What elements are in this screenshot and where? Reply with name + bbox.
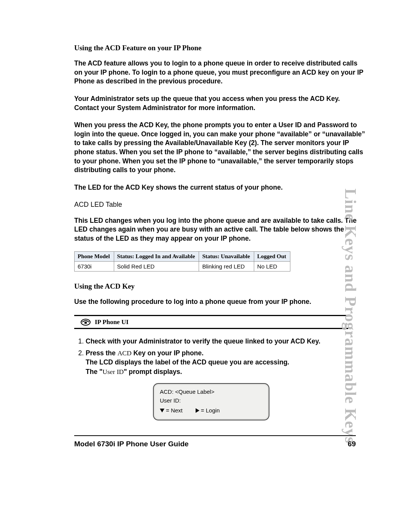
th-status-available: Status: Logged In and Available	[114, 252, 199, 262]
footer-page-number: 69	[348, 440, 356, 448]
side-section-label: Line Keys and Programmable Keys	[341, 189, 360, 444]
lcd-next: = Next	[160, 406, 183, 415]
acd-led-table: Phone Model Status: Logged In and Availa…	[74, 251, 290, 272]
triangle-down-icon	[160, 409, 164, 412]
table-caption: ACD LED Table	[74, 201, 365, 209]
paragraph: This LED changes when you log into the p…	[74, 216, 365, 243]
list-item: Press the ACD Key on your IP phone. The …	[86, 348, 365, 377]
step-text-serif: User ID	[102, 368, 124, 375]
lcd-login: = Login	[196, 406, 220, 415]
step-text: The "	[86, 368, 102, 375]
td-logged-out: No LED	[254, 262, 290, 272]
triangle-right-icon	[196, 408, 199, 413]
th-status-unavailable: Status: Unavailable	[199, 252, 254, 262]
lcd-login-label: = Login	[201, 406, 220, 415]
list-item: Check with your Administrator to verify …	[86, 337, 365, 346]
td-status-unavailable: Blinking red LED	[199, 262, 254, 272]
step-text-serif: ACD	[118, 349, 132, 357]
phone-ui-icon	[80, 318, 91, 326]
paragraph: Your Administrator sets up the queue tha…	[74, 94, 365, 112]
td-phone-model: 6730i	[75, 262, 114, 272]
step-text: " prompt displays.	[124, 368, 182, 375]
section-heading-acd-feature: Using the ACD Feature on your IP Phone	[74, 44, 365, 52]
lcd-line1: ACD: <Queue Label>	[160, 388, 263, 396]
svg-rect-1	[84, 322, 87, 324]
paragraph: The LED for the ACD Key shows the curren…	[74, 183, 365, 192]
lcd-line2: User ID:	[160, 396, 263, 405]
step-text: Key on your IP phone.	[132, 349, 204, 357]
paragraph: Use the following procedure to log into …	[74, 297, 365, 307]
ip-phone-ui-label: IP Phone UI	[95, 318, 129, 326]
lcd-next-label: = Next	[166, 406, 183, 415]
td-status-available: Solid Red LED	[114, 262, 199, 272]
table-header-row: Phone Model Status: Logged In and Availa…	[75, 252, 290, 262]
step-text: The LCD displays the label of the ACD qu…	[86, 358, 289, 366]
document-page: Line Keys and Programmable Keys Using th…	[0, 0, 411, 532]
paragraph: When you press the ACD Key, the phone pr…	[74, 121, 365, 175]
procedure-list: Check with your Administrator to verify …	[74, 337, 365, 376]
footer-title: Model 6730i IP Phone User Guide	[74, 440, 189, 448]
lcd-wrapper: ACD: <Queue Label> User ID: = Next = Log…	[74, 383, 348, 420]
th-phone-model: Phone Model	[75, 252, 114, 262]
ip-phone-ui-banner: IP Phone UI	[74, 315, 348, 329]
table-row: 6730i Solid Red LED Blinking red LED No …	[75, 262, 290, 272]
th-logged-out: Logged Out	[254, 252, 290, 262]
paragraph: The ACD feature allows you to login to a…	[74, 59, 365, 86]
lcd-screen-mock: ACD: <Queue Label> User ID: = Next = Log…	[153, 383, 269, 420]
step-text: Check with your Administrator to verify …	[86, 337, 320, 345]
section-heading-acd-key: Using the ACD Key	[74, 282, 365, 291]
step-text: Press the	[86, 349, 118, 357]
page-footer: Model 6730i IP Phone User Guide 69	[74, 435, 356, 448]
